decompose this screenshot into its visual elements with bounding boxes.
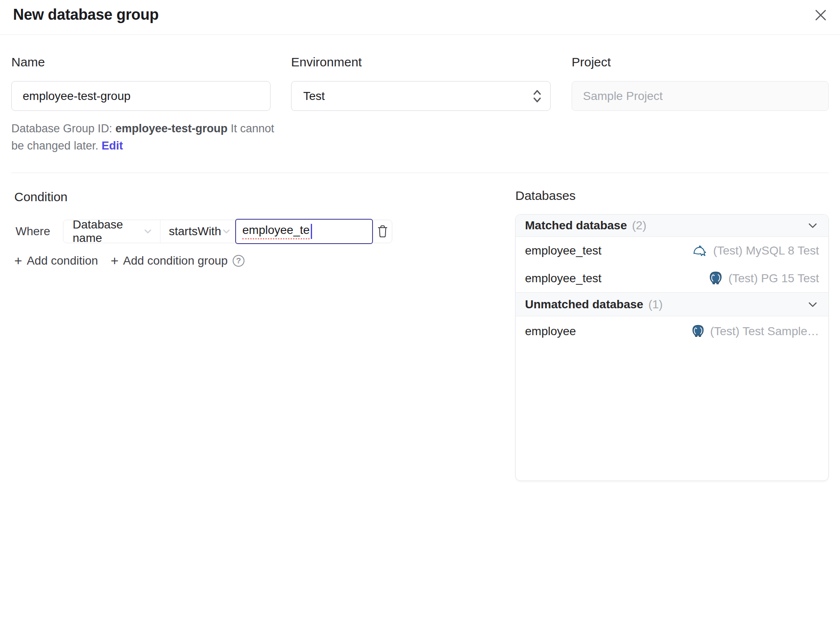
condition-operator-select[interactable]: startsWith: [160, 220, 235, 243]
mysql-icon: [691, 244, 708, 257]
add-condition-group-label: Add condition group: [123, 254, 228, 268]
dialog-title: New database group: [13, 6, 159, 24]
name-input[interactable]: [11, 81, 270, 111]
environment-select[interactable]: Test: [291, 81, 551, 111]
section-divider: [11, 173, 829, 173]
project-input: [572, 81, 829, 111]
unmatched-database-count: (1): [648, 298, 663, 311]
unmatched-database-row: employee (Test) Test Sample…: [516, 316, 828, 346]
database-name: employee_test: [525, 244, 601, 257]
new-database-group-dialog: New database group Name Database Group I…: [0, 0, 840, 630]
delete-condition-button[interactable]: [373, 220, 392, 243]
instance-info: (Test) Test Sample…: [691, 324, 819, 339]
name-field-group: Name Database Group ID: employee-test-gr…: [11, 55, 270, 155]
instance-info: (Test) PG 15 Test: [708, 270, 819, 286]
postgres-icon: [708, 270, 723, 286]
matched-database-count: (2): [632, 219, 646, 232]
chevron-down-icon: [806, 219, 819, 232]
chevron-down-icon: [221, 226, 232, 237]
chevron-down-icon: [806, 298, 819, 311]
add-condition-label: Add condition: [27, 254, 98, 268]
add-condition-button[interactable]: + Add condition: [14, 254, 98, 268]
database-name: employee: [525, 325, 576, 338]
close-button[interactable]: [811, 6, 830, 24]
environment-field-group: Environment Test: [291, 55, 551, 111]
matched-database-title: Matched database: [525, 219, 627, 232]
database-group-id-help: Database Group ID: employee-test-group I…: [11, 120, 282, 155]
close-icon: [814, 9, 827, 21]
databases-panel: Matched database (2) employee_test (Test…: [515, 214, 829, 481]
name-label: Name: [11, 55, 270, 71]
condition-operator-value: startsWith: [169, 225, 221, 238]
trash-icon: [376, 225, 389, 238]
unmatched-database-header[interactable]: Unmatched database (1): [516, 292, 828, 316]
postgres-icon: [691, 324, 705, 339]
instance-info: (Test) MySQL 8 Test: [691, 244, 819, 257]
select-stepper-icon: [532, 89, 543, 104]
condition-value-text: employee_te: [242, 223, 310, 239]
matched-database-header[interactable]: Matched database (2): [516, 215, 828, 237]
plus-icon: +: [14, 254, 22, 268]
add-condition-group-button[interactable]: + Add condition group: [110, 254, 228, 268]
dialog-header: New database group: [0, 0, 840, 35]
condition-row: Where Database name startsWith: [16, 220, 392, 243]
project-field-group: Project: [572, 55, 829, 111]
matched-database-row: employee_test (Test) PG 15 Test: [516, 265, 828, 292]
environment-selected-value: Test: [303, 89, 325, 103]
environment-label: Environment: [291, 55, 551, 71]
instance-label: (Test) PG 15 Test: [728, 272, 819, 285]
id-help-value: employee-test-group: [116, 122, 228, 135]
condition-field-select[interactable]: Database name: [63, 220, 160, 243]
database-name: employee_test: [525, 272, 601, 285]
databases-heading: Databases: [515, 189, 575, 203]
instance-label: (Test) Test Sample…: [710, 325, 819, 338]
chevron-down-icon: [142, 226, 153, 237]
condition-expression-group: Database name startsWith employee_te: [63, 220, 392, 243]
text-cursor: [311, 224, 312, 239]
condition-value-input[interactable]: employee_te: [235, 219, 373, 244]
id-help-prefix: Database Group ID:: [11, 122, 116, 135]
plus-icon: +: [110, 254, 118, 268]
edit-id-link[interactable]: Edit: [102, 139, 123, 152]
instance-label: (Test) MySQL 8 Test: [713, 244, 819, 257]
matched-database-row: employee_test (Test) MySQL 8 Test: [516, 237, 828, 265]
project-label: Project: [572, 55, 829, 71]
where-label: Where: [16, 225, 63, 238]
condition-field-value: Database name: [73, 218, 142, 245]
help-icon[interactable]: ?: [233, 255, 244, 267]
condition-actions: + Add condition + Add condition group ?: [14, 252, 244, 269]
condition-heading: Condition: [14, 190, 68, 204]
unmatched-database-title: Unmatched database: [525, 298, 643, 311]
